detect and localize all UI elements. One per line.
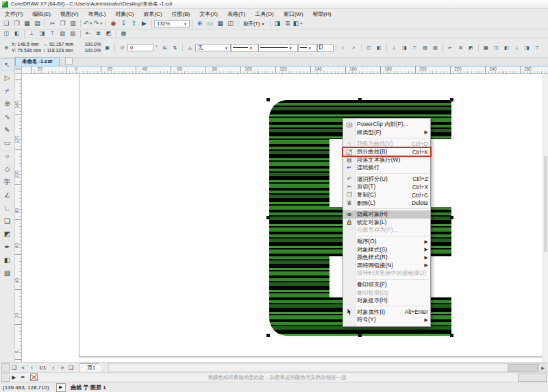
connector-tool[interactable]: ∟: [1, 201, 14, 215]
more-options-icon[interactable]: »: [349, 43, 359, 52]
new-tab-button[interactable]: [65, 58, 73, 65]
page-tab[interactable]: 页1: [79, 363, 103, 372]
context-menu-item-undo-break-apart[interactable]: ↶撤消拆分(U)Ctrl+Z: [343, 175, 430, 184]
crop-tool[interactable]: ⌿: [1, 84, 14, 97]
prop-icon-15[interactable]: ◨: [522, 43, 532, 52]
menu-item-7[interactable]: 位图(B): [167, 9, 195, 19]
options-icon[interactable]: ◨: [273, 19, 283, 28]
menu-item-1[interactable]: 文件(F): [0, 9, 27, 19]
last-page-icon[interactable]: »: [58, 363, 66, 371]
object-y-position[interactable]: Y: 75.536 mm: [12, 48, 43, 53]
tool-icon-3[interactable]: ⊥: [27, 29, 37, 38]
print-icon[interactable]: ▤: [32, 19, 42, 28]
horizontal-ruler[interactable]: 20020406080100120140160180200220240260: [22, 66, 548, 74]
scrollbar-thumb[interactable]: [508, 364, 539, 371]
selection-handle[interactable]: [266, 334, 270, 337]
tool-icon-6[interactable]: ▧: [58, 29, 68, 38]
undo-icon[interactable]: ↶▼: [83, 19, 93, 28]
menu-item-3[interactable]: 视图(V): [55, 9, 84, 19]
vertical-scrollbar[interactable]: [543, 74, 548, 362]
context-menu-item-powerclip-inside[interactable]: PowerClip 内部(P)...: [343, 121, 430, 129]
prop-icon-2[interactable]: ◧: [374, 43, 384, 52]
scale-v-field[interactable]: 100.0: [79, 48, 97, 53]
rectangle-tool[interactable]: ▭: [1, 136, 14, 149]
line-style-select[interactable]: ▼: [231, 44, 258, 52]
menu-item-10[interactable]: 工具(O): [250, 9, 279, 19]
open-icon[interactable]: ❒: [12, 19, 22, 28]
context-menu-item-cut[interactable]: ✂剪切(T)Ctrl+X: [343, 183, 430, 191]
menu-item-5[interactable]: 对象(C): [110, 9, 138, 19]
scale-h-field[interactable]: 100.0: [79, 42, 97, 47]
context-menu-item-break-curve-apart[interactable]: 拆分曲线(B)Ctrl+K: [343, 148, 430, 156]
new-page-icon[interactable]: ❏: [66, 363, 75, 371]
display-mode-icon[interactable]: ◧▼: [293, 19, 303, 28]
copy-icon[interactable]: ❐: [58, 19, 68, 28]
context-menu-item-line-wrap[interactable]: ↵连线换行: [343, 164, 430, 172]
prop-icon-5[interactable]: ⊤: [410, 43, 420, 52]
menu-item-4[interactable]: 布局(L): [84, 9, 111, 19]
zoom-level-select[interactable]: 132%▼: [154, 20, 190, 27]
context-menu-item-object-hinting[interactable]: 对象提示(H): [343, 297, 430, 305]
context-menu-item-copy[interactable]: ❐复制(C)Ctrl+C: [343, 191, 430, 199]
cut-icon[interactable]: ✂: [47, 19, 58, 28]
prop-icon-3[interactable]: ⊥: [389, 43, 399, 52]
selection-handle[interactable]: [450, 216, 453, 219]
vertical-ruler[interactable]: 140120100806040200: [15, 74, 22, 372]
prop-icon-16[interactable]: ⊤: [532, 43, 543, 52]
text-wrap-icon[interactable]: ◐: [338, 43, 349, 52]
context-menu-item-lock-object[interactable]: 锁定对象(L): [343, 219, 430, 227]
mirror-horizontal-icon[interactable]: ⇆: [160, 43, 170, 52]
prop-icon-13[interactable]: ◧: [501, 43, 512, 52]
menu-item-12[interactable]: 帮助(H): [308, 9, 336, 19]
status-flyout-icon[interactable]: ▶: [56, 383, 66, 392]
prop-icon-6[interactable]: ▧: [420, 43, 430, 52]
prop-icon-14[interactable]: ⊥: [512, 43, 522, 52]
menu-item-6[interactable]: 效果(C): [138, 9, 166, 19]
selection-handle[interactable]: [358, 334, 362, 337]
prop-icon-9[interactable]: ≣: [456, 43, 466, 52]
document-tab[interactable]: 未命名 -1.cdr: [15, 57, 60, 66]
horizontal-scrollbar[interactable]: ▶: [108, 363, 547, 372]
shape-tool[interactable]: ▷: [1, 71, 14, 84]
prop-icon-12[interactable]: ◫: [491, 43, 501, 52]
context-menu-item-overprint-fill[interactable]: 叠印填充(F): [343, 281, 430, 289]
color-eyedropper-tool[interactable]: ✒: [1, 241, 14, 254]
no-color-well[interactable]: [30, 373, 38, 381]
new-document-icon[interactable]: ❏: [1, 19, 12, 28]
snap-to-button[interactable]: 贴齐(T)▼: [240, 21, 268, 27]
tool-icon-10[interactable]: ◩: [103, 29, 114, 38]
dimension-tool[interactable]: ∠: [1, 188, 14, 201]
nav-corner-button[interactable]: [1, 363, 10, 371]
tool-icon-5[interactable]: ⊤: [47, 29, 58, 38]
mirror-vertical-icon[interactable]: ⇅: [170, 43, 180, 52]
context-menu-item-wrap-paragraph-text[interactable]: ▤段落文本换行(W): [343, 156, 430, 164]
show-grid-icon[interactable]: ▦: [215, 19, 225, 28]
tool-icon-1[interactable]: ◫: [1, 29, 12, 38]
export-icon[interactable]: ↥: [129, 19, 139, 28]
freehand-tool[interactable]: ∿: [1, 110, 14, 123]
object-width-field[interactable]: ↔ 92.157 mm: [43, 42, 79, 47]
scroll-right-arrow[interactable]: ▶: [540, 364, 546, 371]
interactive-fill-tool[interactable]: ◧: [1, 254, 14, 267]
prop-icon-11[interactable]: ▦: [481, 43, 491, 52]
context-menu-item-frame-type[interactable]: 框类型(F)▶: [343, 129, 430, 137]
drop-shadow-tool[interactable]: ❏: [1, 215, 14, 228]
menu-item-11[interactable]: 窗口(W): [279, 9, 308, 19]
palette-corner-button[interactable]: [1, 373, 10, 382]
transparency-tool[interactable]: ◩: [1, 228, 14, 241]
prev-page-icon[interactable]: ‹: [27, 363, 36, 371]
smart-fill-tool[interactable]: ▨: [1, 267, 14, 280]
context-menu-item-internet-links[interactable]: 因特网链接(N)▶: [343, 262, 430, 270]
application-launcher-icon[interactable]: ▶: [139, 19, 149, 28]
tool-icon-9[interactable]: ≣: [93, 29, 103, 38]
palette-eyedropper-icon[interactable]: ✒: [18, 373, 27, 382]
tool-icon-4[interactable]: ◨: [37, 29, 47, 38]
show-guidelines-icon[interactable]: ◫: [225, 19, 236, 28]
next-page-icon[interactable]: ›: [49, 363, 58, 371]
selection-handle[interactable]: [450, 334, 453, 337]
ellipse-tool[interactable]: ○: [1, 149, 14, 162]
menu-item-8[interactable]: 文本(X): [195, 9, 223, 19]
prop-icon-7[interactable]: ▨: [430, 43, 440, 52]
tool-icon-7[interactable]: ▨: [68, 29, 78, 38]
end-arrow-select[interactable]: Ɒ: [317, 44, 334, 52]
